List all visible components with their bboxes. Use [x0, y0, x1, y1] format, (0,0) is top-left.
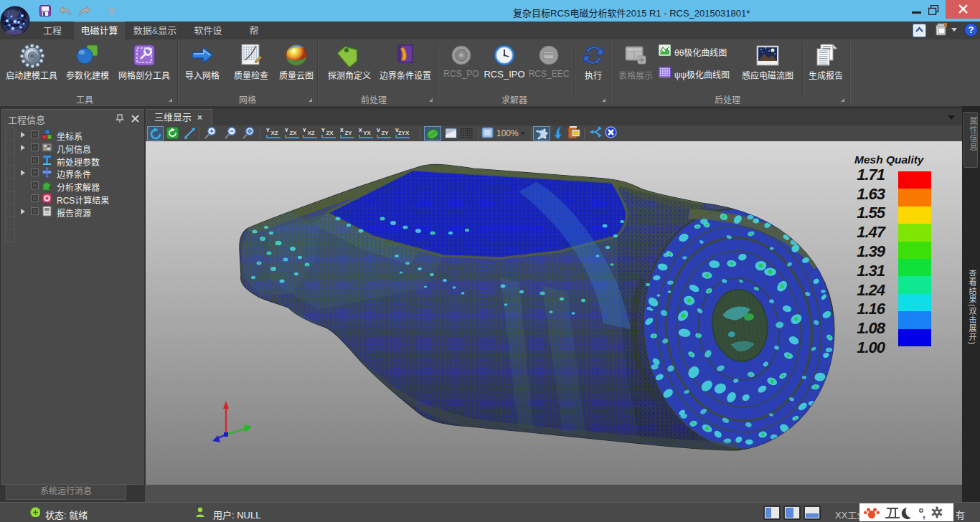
svg-text:,: , [923, 508, 925, 520]
svg-text:?: ? [969, 24, 974, 35]
